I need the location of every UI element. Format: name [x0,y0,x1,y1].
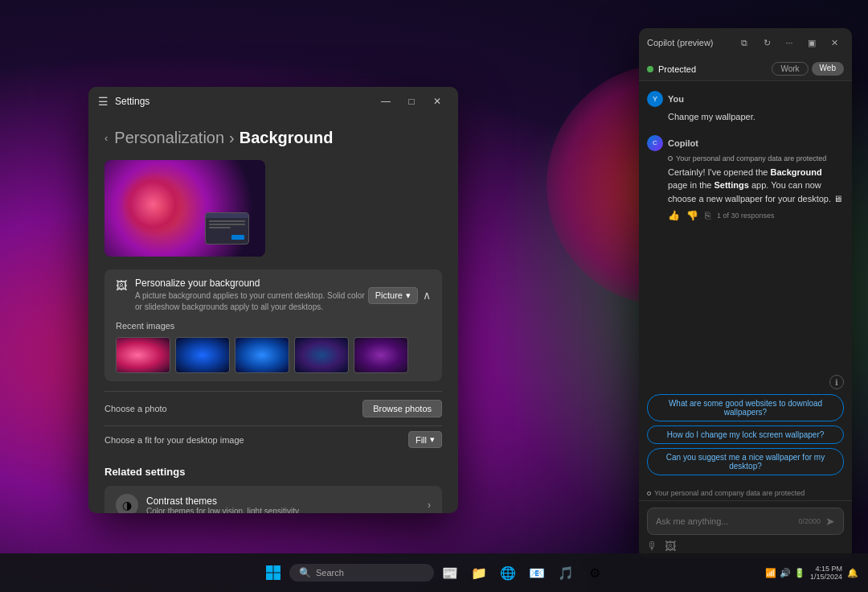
taskbar-clock[interactable]: 4:15 PM 1/15/2024 [810,565,842,581]
copilot-settings-button[interactable]: ▣ [802,35,821,51]
recent-image-3[interactable] [235,337,289,373]
input-tools: 🎙 🖼 [647,540,844,553]
personalize-title: Personalize your background [135,278,368,289]
recent-image-2[interactable] [175,337,230,373]
personalize-description: A picture background applies to your cur… [135,290,368,313]
related-settings-section: Related settings ◑ Contrast themes Color… [104,466,442,513]
copilot-tab-group: Work Web [772,62,844,76]
tab-work[interactable]: Work [772,62,808,76]
taskbar-edge-icon[interactable]: 🌐 [495,560,521,586]
preview-window-mock [205,212,249,245]
taskbar-center-icons: 📰 📁 🌐 📧 🎵 ⚙ [437,560,608,586]
contrast-themes-desc: Color themes for low vision, light sensi… [146,507,299,514]
settings-body: ‹ Personalization › Background [88,116,458,513]
browse-photos-button[interactable]: Browse photos [362,400,442,417]
taskbar: 🔍 Search 📰 📁 🌐 📧 🎵 ⚙ 📶 🔊 🔋 4:15 PM 1/15/… [0,553,868,592]
breadcrumb-separator: › [229,129,235,147]
you-message-text: Change my wallpaper. [668,110,844,124]
recent-image-4[interactable] [294,337,349,373]
settings-maximize-button[interactable]: □ [400,92,423,111]
contrast-themes-item[interactable]: ◑ Contrast themes Color themes for low v… [104,486,442,513]
tray-volume-icon[interactable]: 🔊 [780,568,791,578]
start-button[interactable] [260,560,286,586]
breadcrumb: ‹ Personalization › Background [104,129,442,147]
recent-images-section: Recent images [116,321,431,373]
thumbs-down-icon[interactable]: 👎 [686,210,698,221]
taskbar-search-icon: 🔍 [299,567,311,578]
tray-battery-icon[interactable]: 🔋 [794,568,805,578]
copilot-title: Copilot (preview) [647,38,735,47]
personalize-left: 🖼 Personalize your background A picture … [116,278,368,313]
background-type-dropdown[interactable]: Picture ▾ [368,287,418,304]
copilot-chat-area: Y You Change my wallpaper. C Copilot You… [639,81,852,375]
expand-button[interactable]: ∧ [423,289,431,302]
copilot-sender: C Copilot [647,135,844,151]
preview-line [209,224,245,225]
choose-photo-row: Choose a photo Browse photos [104,391,442,426]
copilot-message-text: Certainly! I've opened the Background pa… [668,166,844,206]
copilot-new-button[interactable]: ⧉ [735,35,754,51]
send-button[interactable]: ➤ [825,515,835,528]
copilot-close-button[interactable]: ✕ [825,35,844,51]
taskbar-settings-icon[interactable]: ⚙ [582,560,608,586]
copilot-footer-note: Your personal and company data are prote… [639,486,852,500]
copilot-protected-note: Your personal and company data are prote… [668,154,844,162]
you-sender-name: You [668,94,684,104]
choose-photo-label: Choose a photo [104,404,167,413]
copilot-title-buttons: ⧉ ↻ ··· ▣ ✕ [735,35,844,51]
protected-status-text: Protected [658,64,772,74]
recent-image-1[interactable] [116,337,170,373]
taskbar-media-icon[interactable]: 🎵 [553,560,579,586]
svg-rect-2 [266,574,273,581]
breadcrumb-back[interactable]: ‹ [104,132,108,144]
personalize-right: Picture ▾ ∧ [368,287,431,304]
response-count: 1 of 30 responses [717,212,775,220]
thumbs-up-icon[interactable]: 👍 [668,210,680,221]
image-attach-icon[interactable]: 🖼 [665,540,676,553]
info-icon[interactable]: ℹ [829,375,844,389]
windows-logo-icon [265,565,281,581]
taskbar-search-text: Search [316,568,344,578]
suggestion-2[interactable]: How do I change my lock screen wallpaper… [647,426,844,444]
personalize-header: 🖼 Personalize your background A picture … [116,278,431,313]
taskbar-mail-icon[interactable]: 📧 [524,560,550,586]
copilot-avatar: C [647,135,663,151]
settings-window: ☰ Settings — □ ✕ ‹ Personalization › Bac… [88,87,458,513]
mic-icon[interactable]: 🎙 [647,540,658,553]
taskbar-widgets-icon[interactable]: 📰 [437,560,463,586]
copilot-input-field[interactable] [656,516,793,526]
copilot-message-actions: 👍 👎 ⎘ 1 of 30 responses [668,210,844,221]
preview-line [209,220,245,222]
footer-note-text: Your personal and company data are prote… [654,489,805,497]
breadcrumb-current: Background [240,129,334,147]
fit-row: Choose a fit for your desktop image Fill… [104,426,442,453]
copy-icon[interactable]: ⎘ [705,210,710,221]
breadcrumb-parent[interactable]: Personalization [114,129,224,147]
copilot-refresh-button[interactable]: ↻ [757,35,776,51]
taskbar-file-explorer-icon[interactable]: 📁 [466,560,492,586]
tab-web[interactable]: Web [812,62,844,76]
wallpaper-preview [104,160,265,257]
preview-window-btn [231,235,244,240]
recent-image-5[interactable] [354,337,408,373]
copilot-input-box: 0/2000 ➤ [647,508,844,535]
tray-network-icon[interactable]: 📶 [765,568,776,578]
personalize-text: Personalize your background A picture ba… [135,278,368,313]
settings-close-button[interactable]: ✕ [426,92,448,111]
taskbar-search[interactable]: 🔍 Search [289,564,434,582]
personalize-section: 🖼 Personalize your background A picture … [104,269,442,381]
suggestion-1[interactable]: What are some good websites to download … [647,394,844,421]
settings-minimize-button[interactable]: — [375,92,397,111]
svg-rect-1 [274,565,281,573]
recent-images-grid [116,337,431,373]
svg-rect-0 [266,565,273,573]
info-icon-row: ℹ [647,375,844,389]
copilot-more-button[interactable]: ··· [780,35,799,51]
notification-icon[interactable]: 🔔 [847,568,858,578]
suggestion-3[interactable]: Can you suggest me a nice wallpaper for … [647,448,844,475]
contrast-themes-chevron: › [428,500,431,511]
preview-window-lines [206,218,248,232]
you-avatar: Y [647,91,663,107]
settings-menu-icon[interactable]: ☰ [98,95,108,108]
fit-dropdown[interactable]: Fill ▾ [408,431,442,448]
